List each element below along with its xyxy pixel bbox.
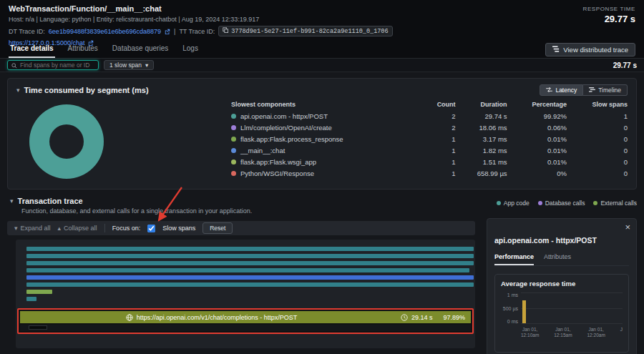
main-tabs: Trace detailsAttributesDatabase queriesL… [9, 41, 211, 58]
transaction-trace-section: ▾ Transaction trace Function, database, … [7, 197, 637, 354]
highlighted-span-label: https://api.openai.com/v1/chat/completio… [137, 314, 298, 321]
span-bar[interactable] [26, 254, 474, 258]
segment-row[interactable]: api.openai.com - httpx/POST229.74 s99.92… [231, 110, 628, 122]
tab-logs[interactable]: Logs [181, 41, 200, 58]
expand-all-button[interactable]: ▾ Expand all [14, 225, 51, 232]
external-link-icon[interactable] [165, 29, 170, 34]
span-bar[interactable] [26, 261, 474, 265]
span-bar-row[interactable] [17, 252, 474, 260]
segment-value: 1 [424, 133, 456, 144]
span-bar-row[interactable] [17, 267, 474, 274]
span-bar-row[interactable] [17, 295, 474, 303]
highlighted-span-percentage: 97.89% [443, 314, 465, 321]
span-bar[interactable] [26, 290, 52, 294]
copy-icon[interactable] [223, 27, 228, 35]
segment-value: 99.92% [507, 110, 567, 122]
tab-attributes[interactable]: Attributes [67, 41, 99, 58]
segment-name: Llm/completion/OpenAI/create [240, 124, 332, 132]
segment-donut-chart[interactable] [29, 104, 104, 179]
span-bar[interactable] [26, 282, 474, 287]
segment-color-dot [231, 114, 236, 119]
trace-ids-line: DT Trace ID: 6ee1b99488f3839e61e6be696cd… [9, 26, 393, 36]
segment-row[interactable]: __main__:chat11.82 ms0.01%0 [231, 144, 628, 156]
child-span-segment[interactable] [29, 325, 47, 330]
segment-value: 0.01% [507, 144, 567, 156]
response-time-block: RESPONSE TIME 29.77 s [583, 4, 635, 41]
separator: | [174, 28, 175, 35]
dt-trace-link[interactable]: 6ee1b99488f3839e61e6be696cda8879 [49, 28, 161, 35]
span-bar-row[interactable] [17, 288, 474, 295]
legend-item: External calls [593, 200, 637, 207]
span-bar[interactable] [26, 268, 469, 272]
slow-spans-label: Slow spans [162, 225, 195, 232]
content: ▾ Time consumed by segment (ms) Latency … [0, 72, 644, 354]
tab-database-queries[interactable]: Database queries [111, 41, 170, 58]
slow-spans-checkbox[interactable] [147, 225, 155, 232]
span-bar-row[interactable] [17, 281, 474, 288]
page-title: WebTransaction/Function/__main__:chat [9, 4, 393, 13]
response-time-bar[interactable] [522, 300, 526, 323]
legend-dot [538, 201, 542, 205]
column-header: Slowest components [231, 99, 424, 110]
span-bar-row[interactable] [17, 245, 474, 252]
tab-trace-details[interactable]: Trace details [9, 41, 55, 58]
trace-toolbar: ▾ Expand all ▴ Collapse all Focus on: Sl… [7, 221, 475, 235]
legend-dot [593, 201, 597, 205]
segment-value: 1 [424, 144, 456, 156]
average-response-time-title: Average response time [501, 280, 623, 287]
span-detail-panel: × api.openai.com - httpx/POST Performanc… [487, 218, 637, 354]
span-bar-row[interactable] [17, 260, 474, 267]
response-time-label: RESPONSE TIME [583, 6, 635, 12]
average-response-time-card: Average response time 1 ms500 µs0 ms Jan… [494, 274, 629, 353]
slow-span-dropdown-label: 1 slow span [109, 62, 142, 69]
segment-value: 1.82 ms [456, 144, 507, 156]
segment-name: Python/WSGI/Response [240, 169, 314, 177]
collapse-chevron-icon[interactable]: ▾ [16, 87, 20, 94]
app-root: WebTransaction/Function/__main__:chat Ho… [0, 0, 644, 354]
segment-value: 0% [507, 167, 567, 179]
tt-trace-label: TT Trace ID: [179, 28, 215, 35]
collapse-all-icon: ▴ [58, 225, 62, 232]
tab-performance[interactable]: Performance [494, 253, 534, 265]
toolbar-divider [104, 224, 105, 232]
segment-panel-title: Time consumed by segment (ms) [24, 86, 149, 94]
segment-row[interactable]: flask.app:Flask.process_response13.17 ms… [231, 133, 628, 144]
column-header: Duration [456, 99, 507, 110]
spans-toolbar: 1 slow span ▾ 29.77 s [0, 59, 644, 72]
segment-row[interactable]: flask.app:Flask.wsgi_app11.51 ms0.01%0 [231, 156, 628, 167]
span-bar-row[interactable] [17, 274, 474, 281]
clock-icon [401, 311, 408, 324]
segment-row[interactable]: Llm/completion/OpenAI/create218.06 ms0.0… [231, 122, 628, 133]
trace-left-column: ▾ Transaction trace Function, database, … [7, 197, 475, 354]
search-input[interactable] [20, 62, 94, 69]
highlighted-span-row[interactable]: https://api.openai.com/v1/chat/completio… [20, 311, 471, 323]
segment-row[interactable]: Python/WSGI/Response1658.99 µs0%0 [231, 167, 628, 179]
dt-trace-label: DT Trace ID: [9, 28, 45, 35]
y-tick-label: 0 ms [507, 319, 518, 324]
tt-trace-id-box[interactable]: 3778d9e1-5e27-11ef-b991-82ca2a9e1110_0_1… [218, 26, 392, 36]
tab-attributes[interactable]: Attributes [544, 253, 571, 265]
span-bar[interactable] [26, 247, 474, 251]
x-tick-label: Jan 01, 12:20am [587, 327, 605, 339]
close-icon[interactable]: × [625, 222, 630, 232]
collapse-all-button[interactable]: ▴ Collapse all [58, 225, 97, 232]
legend-dot [497, 201, 501, 205]
segment-name: __main__:chat [240, 147, 285, 154]
distributed-trace-icon [552, 46, 560, 54]
latency-icon [546, 87, 552, 94]
trace-subtitle: Function, database, and external calls f… [21, 207, 475, 215]
segment-value: 0 [567, 122, 628, 133]
timeline-toggle-button[interactable]: Timeline [583, 84, 628, 96]
segment-value: 1 [424, 156, 456, 167]
segment-value: 1 [424, 167, 456, 179]
view-distributed-trace-button[interactable]: View distributed trace [545, 43, 635, 56]
latency-toggle-button[interactable]: Latency [540, 84, 583, 96]
span-bar[interactable] [26, 297, 36, 301]
chevron-down-icon: ▾ [145, 62, 148, 69]
segment-value: 3.17 ms [456, 133, 507, 144]
collapse-chevron-icon[interactable]: ▾ [10, 197, 14, 205]
span-bar[interactable] [26, 275, 474, 280]
slow-span-dropdown[interactable]: 1 slow span ▾ [104, 60, 154, 70]
reset-button[interactable]: Reset [203, 222, 233, 234]
segment-value: 0.01% [507, 133, 567, 144]
